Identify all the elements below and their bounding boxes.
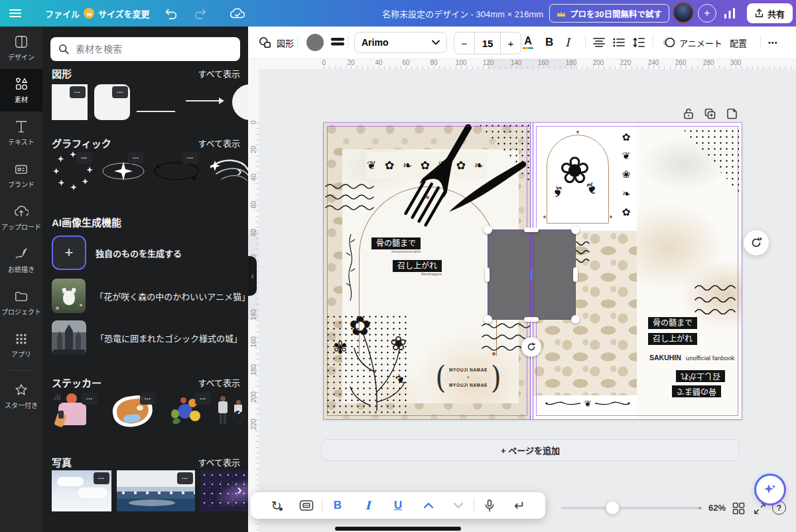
share-button[interactable]: 共有 — [747, 3, 793, 23]
ai-prompt-castle-row[interactable]: 「恐竜に囲まれたゴシック様式の城」 — [52, 320, 248, 355]
wavy-lines-right[interactable] — [695, 282, 740, 314]
vertical-ruler[interactable]: 0 20 40 60 80 100 120 140 160 180 200 22… — [248, 69, 259, 532]
resize-handle-nw[interactable] — [484, 226, 492, 234]
italic-format-button[interactable]: I — [353, 499, 383, 512]
fanbook-credit[interactable]: SAKUHIN unofficial fanbook — [649, 354, 735, 362]
file-menu-button[interactable]: ファイル — [45, 0, 80, 27]
return-key-button[interactable]: ↵ — [505, 498, 535, 513]
candidate-up-button[interactable] — [413, 502, 444, 509]
dictation-button[interactable] — [474, 499, 505, 512]
more-options-badge[interactable]: ••• — [195, 393, 211, 405]
botanical-illustration[interactable]: ✿ ❀ ✾ ❧ — [330, 293, 430, 412]
photos-next-chevron[interactable]: › — [233, 482, 245, 500]
grid-view-button[interactable] — [732, 502, 745, 517]
font-size-increase[interactable]: + — [501, 33, 521, 54]
insights-button[interactable] — [723, 0, 736, 27]
title-label-1[interactable]: 骨の髄まで Honenozuimade — [371, 237, 421, 253]
animate-button[interactable]: アニメート — [662, 27, 722, 58]
photo-ocean-wave[interactable]: ••• — [117, 470, 195, 511]
search-box[interactable] — [50, 37, 240, 61]
wavy-lines-top-left[interactable] — [325, 181, 375, 210]
design-title[interactable]: 名称未設定のデザイン - 304mm × 216mm — [382, 0, 543, 27]
resize-handle-e[interactable] — [573, 267, 578, 282]
more-options-badge[interactable]: ••• — [140, 393, 156, 405]
shape-rounded-square[interactable]: ••• — [94, 84, 130, 120]
photo-sky-clouds[interactable]: ••• — [52, 470, 111, 511]
flipped-label-1[interactable]: 召し上がれ — [676, 371, 725, 383]
shapes-see-all[interactable]: すべて表示 — [198, 67, 240, 80]
avatar[interactable] — [674, 3, 693, 22]
ornament-divider[interactable]: ❦ — [538, 396, 637, 411]
shape-tool-button[interactable]: 図形 — [259, 27, 294, 58]
alignment-button[interactable] — [593, 27, 605, 58]
add-page-button[interactable]: + ページを追加 — [321, 439, 740, 461]
ai-generate-row[interactable]: + 独自のものを生成する — [52, 235, 248, 270]
spacing-button[interactable] — [633, 27, 645, 58]
sidebar-item-starred[interactable]: スター付き — [0, 375, 42, 417]
font-size-value[interactable]: 15 — [474, 33, 501, 54]
resize-button[interactable]: サイズを変更 — [84, 0, 150, 27]
more-tools-button[interactable]: ••• — [768, 27, 778, 58]
shape-line[interactable] — [137, 93, 178, 112]
stickers-next-chevron[interactable]: › — [233, 402, 245, 421]
bold-format-button[interactable]: B — [322, 499, 353, 512]
resize-handle-s[interactable] — [524, 317, 539, 322]
list-button[interactable] — [613, 27, 625, 58]
lock-icon[interactable] — [683, 108, 694, 119]
vertical-floral-strip[interactable]: ✿ ❦ ❀ ❧ ✿ — [618, 123, 635, 229]
fill-color-swatch[interactable] — [306, 27, 324, 58]
more-options-badge[interactable]: ••• — [82, 393, 98, 405]
sidebar-item-uploads[interactable]: アップロード — [0, 196, 42, 239]
undo-button[interactable] — [165, 0, 178, 27]
sticker-fruits[interactable]: ••• — [166, 391, 207, 432]
horizontal-ruler[interactable]: 0 20 40 60 80 100 120 140 160 180 200 22… — [259, 58, 796, 69]
graphic-sparkle-ellipse[interactable]: ••• — [101, 150, 146, 195]
bold-button[interactable]: B — [545, 27, 553, 58]
shape-square[interactable]: ••• — [52, 84, 88, 120]
shapes-next-chevron[interactable]: › — [233, 93, 245, 111]
graphics-see-all[interactable]: すべて表示 — [198, 137, 240, 149]
pro-trial-button[interactable]: プロを30日間無料で試す — [549, 4, 669, 23]
main-menu-button[interactable] — [9, 0, 21, 27]
graphics-next-chevron[interactable]: › — [233, 163, 245, 182]
duplicate-page-icon[interactable] — [704, 108, 716, 119]
underline-format-button[interactable]: U — [383, 499, 413, 512]
vine-illustration[interactable] — [342, 233, 360, 302]
shape-arrow[interactable] — [184, 82, 226, 122]
more-options-badge[interactable]: ••• — [76, 152, 92, 164]
zoom-slider-track[interactable] — [561, 507, 702, 509]
resize-handle-w[interactable] — [485, 267, 490, 282]
sidebar-item-elements[interactable]: 素材 — [0, 69, 42, 111]
sidebar-item-brand[interactable]: ブランド — [0, 154, 42, 196]
rose-arch-card[interactable]: ❀ ❧ ❧ — [541, 129, 615, 228]
stickers-see-all[interactable]: すべて表示 — [198, 376, 240, 389]
resize-handle-se[interactable] — [571, 315, 580, 324]
regenerate-button[interactable] — [744, 230, 769, 255]
zoom-level-value[interactable]: 62% — [708, 503, 726, 513]
resize-handle-ne[interactable] — [571, 226, 580, 234]
more-options-badge[interactable]: ••• — [128, 152, 144, 164]
autocorrect-button[interactable]: ↻ — [261, 498, 292, 513]
add-page-icon[interactable] — [726, 108, 738, 119]
resize-handle-sw[interactable] — [484, 315, 492, 324]
graphic-black-ellipse[interactable]: ••• — [153, 150, 200, 195]
photos-see-all[interactable]: すべて表示 — [198, 456, 240, 468]
ai-generate-tile[interactable]: + — [52, 235, 86, 270]
more-options-badge[interactable]: ••• — [112, 86, 128, 98]
ai-prompt-cat-row[interactable]: 「花が咲く森の中のかわいいアニメ猫」 — [52, 279, 248, 313]
add-member-button[interactable]: + — [698, 4, 716, 23]
sidebar-item-design[interactable]: デザイン — [0, 27, 42, 69]
sticker-shiba-dog[interactable]: ••• — [107, 391, 158, 432]
search-input[interactable] — [74, 43, 210, 55]
more-options-badge[interactable]: ••• — [94, 472, 109, 484]
panel-collapse-handle[interactable]: ‹ — [248, 256, 257, 296]
more-options-badge[interactable]: ••• — [70, 86, 86, 98]
rotate-handle[interactable] — [521, 337, 541, 357]
position-button[interactable]: 配置 — [730, 27, 747, 58]
sidebar-item-projects[interactable]: プロジェクト — [0, 281, 42, 324]
resize-handle-n[interactable] — [524, 228, 539, 232]
sidebar-item-draw[interactable]: お絵描き — [0, 239, 42, 281]
more-options-badge[interactable]: ••• — [177, 472, 193, 484]
redo-button[interactable] — [194, 0, 207, 27]
sidebar-item-apps[interactable]: アプリ — [0, 324, 42, 366]
